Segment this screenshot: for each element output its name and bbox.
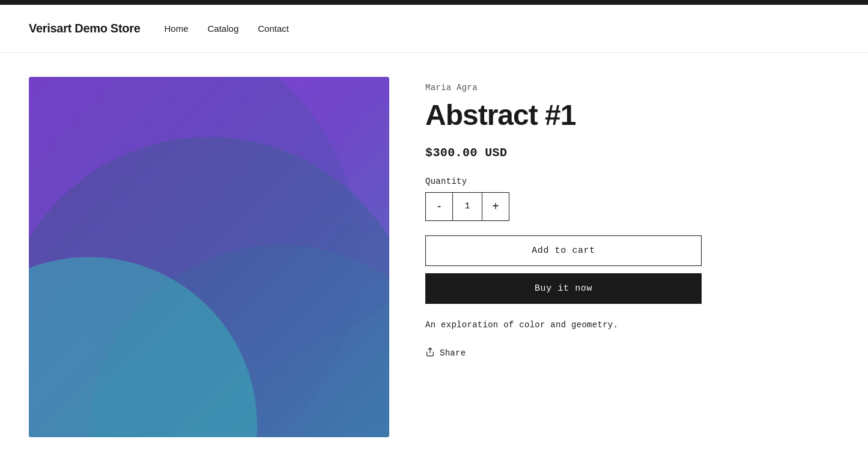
add-to-cart-button[interactable]: Add to cart	[425, 235, 702, 266]
nav-catalog[interactable]: Catalog	[208, 23, 239, 34]
share-label: Share	[440, 348, 466, 358]
product-page: Maria Agra Abstract #1 $300.00 USD Quant…	[0, 53, 868, 460]
store-title: Verisart Demo Store	[29, 22, 141, 35]
product-image-container	[29, 77, 389, 437]
artist-name: Maria Agra	[425, 83, 839, 92]
product-title: Abstract #1	[425, 100, 839, 132]
main-nav: Home Catalog Contact	[165, 23, 289, 34]
product-image	[29, 77, 389, 437]
nav-home[interactable]: Home	[165, 23, 189, 34]
quantity-control: - 1 +	[425, 192, 509, 221]
quantity-increase-button[interactable]: +	[482, 193, 509, 220]
quantity-value: 1	[452, 193, 482, 220]
product-details: Maria Agra Abstract #1 $300.00 USD Quant…	[425, 77, 839, 437]
share-button[interactable]: Share	[425, 347, 466, 359]
header-left: Verisart Demo Store Home Catalog Contact	[29, 22, 289, 35]
share-icon	[425, 347, 435, 359]
buy-it-now-button[interactable]: Buy it now	[425, 273, 702, 304]
header-right	[818, 22, 839, 35]
site-header: Verisart Demo Store Home Catalog Contact	[0, 5, 868, 53]
quantity-decrease-button[interactable]: -	[426, 193, 452, 220]
product-price: $300.00 USD	[425, 146, 839, 160]
nav-contact[interactable]: Contact	[258, 23, 289, 34]
product-description: An exploration of color and geometry.	[425, 318, 839, 333]
top-bar	[0, 0, 868, 5]
quantity-label: Quantity	[425, 177, 839, 186]
cart-button[interactable]	[834, 22, 839, 35]
search-button[interactable]	[818, 22, 822, 35]
